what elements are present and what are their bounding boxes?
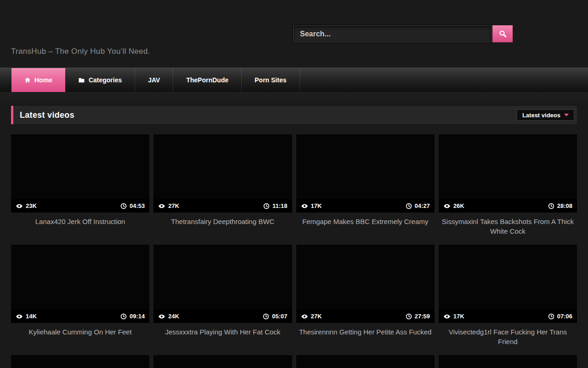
duration-stat: 11:18 — [263, 202, 288, 209]
home-icon — [24, 77, 31, 83]
video-card-partial — [11, 355, 149, 368]
video-stats-bar: 14K 09:14 — [11, 310, 149, 323]
views-stat: 27K — [301, 313, 322, 320]
video-title[interactable]: Thetransfairy Deepthroating BWC — [153, 217, 292, 226]
video-card: 23K 04:53 Lanax420 Jerk Off Instruction — [11, 134, 149, 245]
clock-icon — [548, 203, 554, 209]
duration-value: 11:18 — [272, 202, 288, 209]
main-navigation: Home Categories JAV ThePornDude Porn Sit… — [0, 68, 588, 92]
video-title[interactable]: Femgape Makes BBC Extremely Creamy — [296, 217, 435, 226]
navbar-filler — [300, 68, 588, 92]
views-stat: 14K — [16, 313, 37, 320]
views-stat: 27K — [158, 202, 179, 210]
video-card: 27K 27:59 Thesirennnn Getting Her Petite… — [296, 245, 435, 355]
eye-icon — [16, 202, 23, 210]
duration-value: 05:07 — [272, 313, 287, 320]
nav-item-categories[interactable]: Categories — [65, 68, 135, 92]
nav-item-theporndude[interactable]: ThePornDude — [173, 68, 242, 92]
views-count: 23K — [26, 202, 37, 209]
duration-stat: 09:14 — [120, 313, 145, 320]
video-card: 17K 04:27 Femgape Makes BBC Extremely Cr… — [296, 134, 435, 245]
nav-item-label: JAV — [148, 76, 160, 84]
video-thumbnail[interactable]: 27K 11:18 — [153, 134, 292, 213]
nav-item-home[interactable]: Home — [11, 68, 65, 92]
video-card-partial — [153, 355, 292, 368]
duration-value: 04:53 — [130, 202, 145, 209]
eye-icon — [158, 313, 165, 320]
clock-icon — [120, 203, 127, 209]
video-title[interactable]: Lanax420 Jerk Off Instruction — [11, 217, 149, 226]
views-count: 24K — [168, 313, 179, 320]
search-input[interactable] — [293, 25, 492, 42]
video-title[interactable]: Jessxxxtra Playing With Her Fat Cock — [153, 327, 292, 337]
search-button[interactable] — [492, 25, 513, 42]
duration-stat: 05:07 — [263, 313, 287, 320]
video-stats-bar: 27K 27:59 — [296, 310, 435, 323]
views-count: 14K — [26, 313, 37, 320]
video-thumbnail[interactable]: 27K 27:59 — [296, 245, 435, 323]
clock-icon — [263, 313, 269, 320]
search-form — [293, 25, 513, 42]
duration-value: 28:08 — [557, 202, 572, 209]
sort-dropdown-label: Latest videos — [522, 112, 560, 119]
chevron-down-icon — [564, 114, 569, 116]
duration-stat: 28:08 — [548, 202, 572, 209]
video-thumbnail[interactable]: 17K 04:27 — [296, 134, 435, 213]
latest-videos-section-header: Latest videos Latest videos — [11, 106, 577, 124]
video-title[interactable]: Sissymaxinl Takes Backshots From A Thick… — [439, 217, 577, 236]
video-grid: 23K 04:53 Lanax420 Jerk Off Instruction — [11, 134, 577, 368]
nav-item-label: Categories — [89, 76, 122, 84]
nav-item-label: Porn Sites — [254, 76, 286, 84]
views-stat: 26K — [443, 202, 464, 210]
eye-icon — [16, 313, 23, 320]
video-title[interactable]: Thesirennnn Getting Her Petite Ass Fucke… — [296, 327, 435, 337]
video-card-partial — [439, 355, 577, 368]
duration-stat: 04:53 — [120, 202, 145, 209]
video-card: 26K 28:08 Sissymaxinl Takes Backshots Fr… — [439, 134, 577, 245]
duration-stat: 04:27 — [406, 202, 430, 209]
navbar-lower-strip — [0, 92, 588, 106]
video-card: 24K 05:07 Jessxxxtra Playing With Her Fa… — [153, 245, 292, 355]
video-thumbnail[interactable]: 24K 05:07 — [153, 245, 292, 323]
video-stats-bar: 17K 04:27 — [296, 199, 435, 213]
eye-icon — [301, 313, 308, 320]
views-stat: 23K — [16, 202, 37, 210]
duration-value: 27:59 — [415, 313, 430, 320]
video-title[interactable]: Vivisectedg1rl Face Fucking Her Trans Fr… — [439, 327, 577, 346]
clock-icon — [263, 203, 270, 209]
video-stats-bar: 24K 05:07 — [153, 310, 292, 323]
video-title[interactable]: Kyliehaale Cumming On Her Feet — [11, 327, 149, 337]
duration-value: 09:14 — [130, 313, 145, 320]
video-card: 17K 07:06 Vivisectedg1rl Face Fucking He… — [439, 245, 577, 355]
video-thumbnail[interactable] — [153, 355, 292, 368]
views-count: 17K — [311, 202, 322, 209]
video-stats-bar: 26K 28:08 — [439, 199, 577, 213]
site-header: TransHub – The Only Hub You’ll Need. — [0, 0, 588, 68]
section-title: Latest videos — [20, 110, 74, 120]
eye-icon — [301, 202, 308, 210]
site-tagline: TransHub – The Only Hub You’ll Need. — [11, 47, 150, 56]
nav-item-jav[interactable]: JAV — [135, 68, 173, 92]
duration-value: 04:27 — [415, 202, 430, 209]
video-thumbnail[interactable]: 17K 07:06 — [439, 245, 577, 323]
video-thumbnail[interactable]: 14K 09:14 — [11, 245, 149, 323]
video-thumbnail[interactable] — [11, 355, 149, 368]
clock-icon — [406, 203, 412, 209]
video-thumbnail[interactable] — [296, 355, 435, 368]
clock-icon — [120, 313, 127, 320]
video-stats-bar: 17K 07:06 — [439, 310, 577, 323]
sort-dropdown[interactable]: Latest videos — [516, 109, 575, 121]
duration-stat: 27:59 — [406, 313, 430, 320]
eye-icon — [443, 202, 451, 210]
video-thumbnail[interactable] — [439, 355, 577, 368]
views-count: 27K — [168, 202, 179, 209]
video-card-partial — [296, 355, 435, 368]
views-stat: 17K — [443, 313, 464, 320]
video-thumbnail[interactable]: 23K 04:53 — [11, 134, 149, 213]
nav-item-porn-sites[interactable]: Porn Sites — [242, 68, 300, 92]
video-stats-bar: 27K 11:18 — [153, 199, 292, 213]
views-stat: 17K — [301, 202, 322, 210]
video-stats-bar: 23K 04:53 — [11, 199, 149, 213]
video-thumbnail[interactable]: 26K 28:08 — [439, 134, 577, 213]
eye-icon — [443, 313, 451, 320]
